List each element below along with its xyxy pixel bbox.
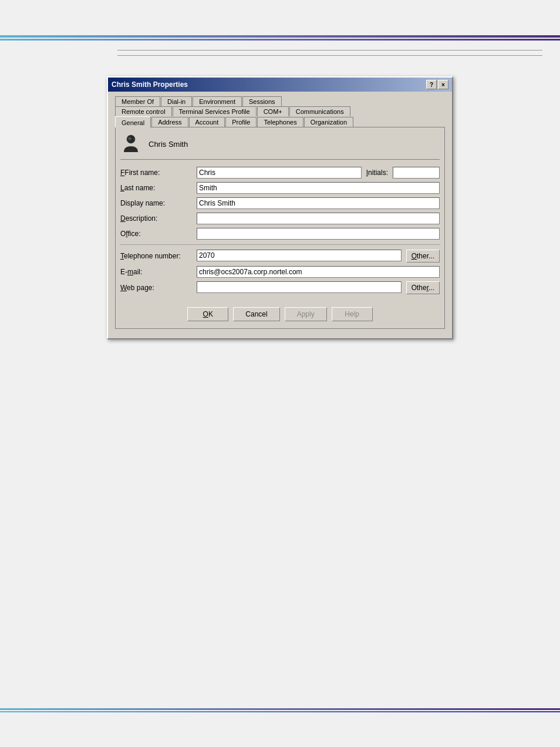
lastname-input[interactable]	[197, 182, 440, 194]
lastname-row: Last name:	[120, 182, 440, 194]
webpage-input[interactable]	[197, 281, 402, 293]
webpage-row: Web page: Other...	[120, 281, 440, 294]
close-button[interactable]: ×	[438, 80, 448, 89]
help-button[interactable]: ?	[426, 80, 437, 89]
svg-point-1	[129, 137, 131, 140]
initials-input[interactable]	[393, 167, 440, 179]
description-input[interactable]	[197, 213, 440, 224]
email-label: E-mail:	[120, 268, 197, 276]
webpage-other-button[interactable]: Other...	[406, 281, 440, 294]
description-row: Description:	[120, 213, 440, 224]
firstname-input[interactable]	[197, 167, 362, 179]
divider-lines	[117, 50, 542, 60]
dialog-title: Chris Smith Properties	[112, 80, 188, 89]
tab-row-3: General Address Account Profile Telephon…	[115, 116, 445, 127]
office-label: Office:	[120, 230, 197, 238]
form-section: FFirst name: Initials:	[120, 164, 440, 300]
tab-terminal-services[interactable]: Terminal Services Profile	[173, 106, 257, 116]
tab-address[interactable]: Address	[151, 117, 188, 127]
tab-sessions[interactable]: Sessions	[242, 96, 282, 106]
tab-profile[interactable]: Profile	[225, 117, 257, 127]
titlebar-buttons: ? ×	[426, 80, 448, 89]
firstname-label: FFirst name:	[120, 169, 197, 177]
tab-content-panel: Chris Smith FFirst name:	[115, 127, 445, 329]
tab-row-2: Remote control Terminal Services Profile…	[115, 106, 445, 116]
user-header: Chris Smith	[120, 133, 440, 160]
displayname-input[interactable]	[197, 197, 440, 209]
telephone-label: Telephone number:	[120, 252, 197, 260]
tabs-container: Member Of Dial-in Environment Sessions R…	[115, 96, 445, 329]
main-content: Chris Smith Properties ? × Member Of Dia…	[92, 76, 468, 339]
properties-dialog: Chris Smith Properties ? × Member Of Dia…	[107, 76, 453, 339]
tab-telephones[interactable]: Telephones	[257, 117, 303, 127]
webpage-label: Web page:	[120, 284, 197, 292]
lastname-label: Last name:	[120, 184, 197, 192]
bottom-decorative-bars	[0, 708, 560, 712]
cancel-button[interactable]: Cancel	[233, 307, 279, 321]
dialog-titlebar: Chris Smith Properties ? ×	[108, 78, 452, 92]
firstname-row: FFirst name: Initials:	[120, 167, 440, 179]
displayname-label: Display name:	[120, 199, 197, 207]
webpage-field-group: Other...	[197, 281, 440, 294]
office-row: Office:	[120, 228, 440, 240]
tab-row-1: Member Of Dial-in Environment Sessions	[115, 96, 445, 106]
displayname-row: Display name:	[120, 197, 440, 209]
telephone-row: Telephone number: Other...	[120, 250, 440, 263]
dialog-footer: OK Cancel Apply Help	[120, 300, 440, 324]
firstname-field-group: Initials:	[197, 167, 440, 179]
user-display-name: Chris Smith	[149, 140, 188, 149]
user-avatar-icon	[120, 133, 141, 154]
office-input[interactable]	[197, 228, 440, 240]
dialog-body: Member Of Dial-in Environment Sessions R…	[108, 92, 452, 338]
apply-button[interactable]: Apply	[285, 307, 327, 321]
tab-environment[interactable]: Environment	[193, 96, 242, 106]
initials-label: Initials:	[366, 167, 388, 179]
telephone-other-button[interactable]: Other...	[406, 250, 440, 263]
top-decorative-bars	[0, 35, 560, 40]
tab-account[interactable]: Account	[189, 117, 225, 127]
description-label: Description:	[120, 214, 197, 223]
tab-organization[interactable]: Organization	[304, 117, 353, 127]
form-divider-1	[120, 244, 440, 245]
help-btn-footer[interactable]: Help	[332, 307, 373, 321]
tab-general[interactable]: General	[115, 116, 151, 127]
tab-com-plus[interactable]: COM+	[257, 106, 289, 116]
ok-button[interactable]: OK	[187, 307, 228, 321]
tab-member-of[interactable]: Member Of	[115, 96, 160, 106]
tab-dial-in[interactable]: Dial-in	[161, 96, 192, 106]
email-row: E-mail:	[120, 266, 440, 278]
tab-remote-control[interactable]: Remote control	[115, 106, 172, 116]
telephone-input[interactable]	[197, 250, 402, 261]
tab-communications[interactable]: Communications	[289, 106, 350, 116]
email-input[interactable]	[197, 266, 440, 278]
telephone-field-group: Other...	[197, 250, 440, 263]
